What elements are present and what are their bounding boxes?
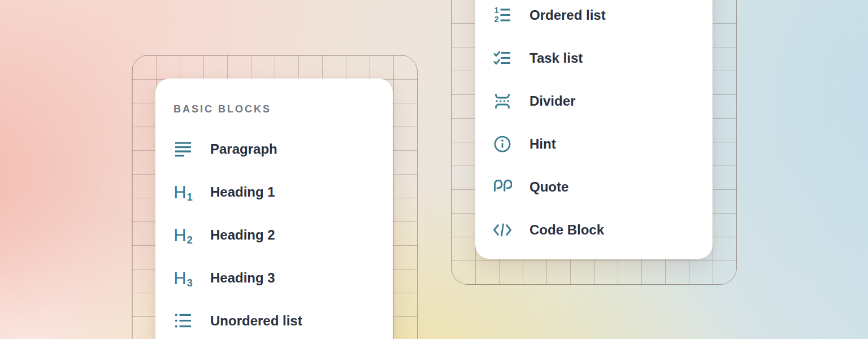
divider-icon	[493, 92, 512, 111]
menu-item-task-list[interactable]: Task list	[493, 37, 713, 80]
menu-item-divider[interactable]: Divider	[493, 80, 713, 123]
menu-item-code-block[interactable]: Code Block	[493, 208, 713, 251]
quote-icon	[493, 177, 512, 197]
menu-item-label: Paragraph	[210, 142, 277, 156]
menu-item-hint[interactable]: Hint	[493, 123, 713, 166]
menu-item-paragraph[interactable]: Paragraph	[173, 128, 393, 171]
task-list-icon	[493, 49, 512, 68]
menu-item-heading-3[interactable]: H3 Heading 3	[173, 257, 393, 299]
menu-item-unordered-list[interactable]: Unordered list	[173, 299, 393, 339]
menu-item-ordered-list[interactable]: 1 2 Ordered list	[493, 0, 713, 37]
block-picker-screen: { "colors": { "accent_teal": "#3A7A8E", …	[0, 0, 868, 339]
ordered-list-icon: 1 2	[493, 6, 512, 25]
heading-2-icon: H2	[173, 225, 193, 245]
more-blocks-card: 1 2 Ordered list	[475, 0, 713, 259]
menu-item-heading-2[interactable]: H2 Heading 2	[173, 214, 393, 257]
menu-item-label: Heading 2	[210, 228, 275, 242]
hint-icon	[493, 134, 512, 154]
heading-1-icon: H1	[173, 182, 193, 202]
menu-item-heading-1[interactable]: H1 Heading 1	[173, 171, 393, 214]
menu-item-label: Heading 1	[210, 185, 275, 199]
svg-text:2: 2	[494, 15, 499, 24]
svg-text:1: 1	[494, 6, 499, 15]
basic-blocks-card: BASIC BLOCKS Paragraph H1 Heading 1 H2 H…	[155, 79, 393, 339]
paragraph-icon	[173, 140, 193, 159]
menu-item-label: Quote	[530, 180, 568, 194]
menu-item-label: Hint	[530, 137, 556, 151]
heading-3-icon: H3	[173, 268, 193, 288]
menu-item-label: Divider	[530, 94, 575, 108]
menu-item-label: Ordered list	[530, 8, 606, 22]
menu-item-quote[interactable]: Quote	[493, 166, 713, 208]
unordered-list-icon	[173, 311, 193, 331]
menu-item-label: Code Block	[530, 223, 604, 237]
basic-blocks-header: BASIC BLOCKS	[173, 103, 393, 115]
menu-item-label: Unordered list	[210, 314, 302, 328]
menu-item-label: Heading 3	[210, 271, 275, 285]
menu-item-label: Task list	[530, 51, 583, 65]
code-block-icon	[493, 220, 512, 240]
